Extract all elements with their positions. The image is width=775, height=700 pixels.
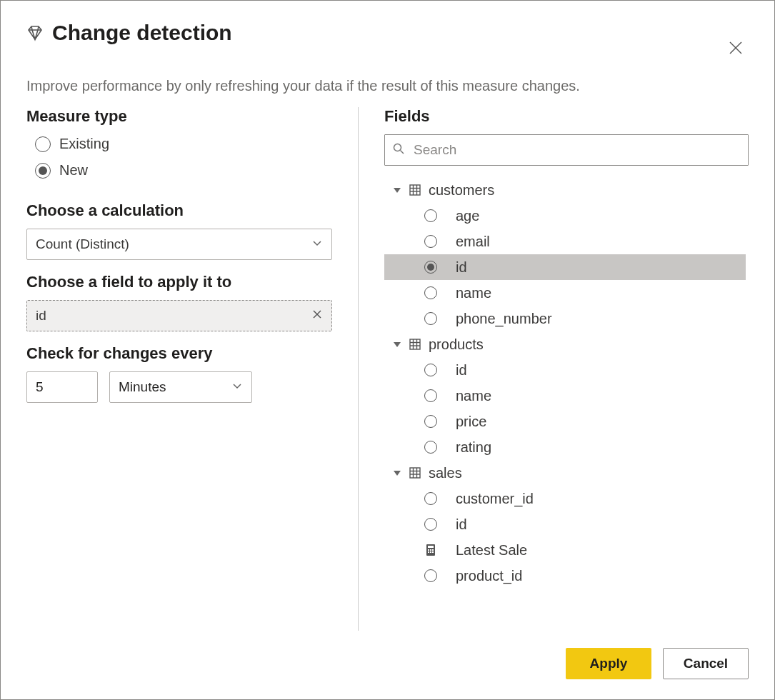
table-icon bbox=[409, 338, 421, 351]
chevron-down-icon bbox=[311, 236, 323, 252]
field-node[interactable]: email bbox=[384, 229, 746, 254]
calculator-icon bbox=[424, 544, 437, 556]
field-node[interactable]: customer_id bbox=[384, 486, 746, 511]
svg-rect-29 bbox=[428, 551, 429, 553]
dialog-footer: Apply Cancel bbox=[1, 631, 774, 699]
svg-marker-18 bbox=[394, 471, 401, 476]
calc-label: Choose a calculation bbox=[26, 201, 332, 220]
field-label: name bbox=[444, 388, 491, 404]
measure-type-label: Measure type bbox=[26, 107, 332, 126]
field-label: price bbox=[444, 414, 486, 430]
field-node[interactable]: id bbox=[384, 357, 746, 383]
calculation-select[interactable]: Count (Distinct) bbox=[26, 229, 332, 260]
svg-rect-19 bbox=[410, 468, 420, 478]
field-node[interactable]: name bbox=[384, 383, 746, 409]
svg-point-4 bbox=[394, 144, 401, 151]
field-applied-value: id bbox=[36, 308, 46, 324]
field-label: rating bbox=[444, 439, 491, 456]
apply-label: Apply bbox=[590, 656, 628, 671]
close-button[interactable] bbox=[723, 35, 749, 64]
change-detection-dialog: Change detection Improve performance by … bbox=[0, 0, 775, 700]
interval-value-input[interactable]: 5 bbox=[26, 371, 98, 403]
fields-label: Fields bbox=[384, 107, 749, 126]
clear-field-icon[interactable] bbox=[311, 309, 323, 324]
table-icon bbox=[409, 466, 421, 479]
table-label: customers bbox=[429, 182, 494, 199]
table-node-customers[interactable]: customers bbox=[384, 177, 746, 203]
svg-marker-6 bbox=[394, 188, 401, 193]
cancel-button[interactable]: Cancel bbox=[663, 648, 749, 679]
field-node[interactable]: id bbox=[384, 511, 746, 537]
svg-rect-28 bbox=[432, 549, 434, 551]
field-label: customer_id bbox=[444, 491, 534, 507]
left-pane: Measure type Existing New Choose a calcu… bbox=[26, 107, 359, 631]
svg-line-5 bbox=[401, 151, 404, 154]
field-label: Latest Sale bbox=[444, 542, 527, 559]
interval-value: 5 bbox=[36, 379, 44, 395]
field-label: email bbox=[444, 234, 490, 250]
search-icon bbox=[392, 142, 405, 158]
radio-new-label: New bbox=[59, 162, 88, 179]
table-node-sales[interactable]: sales bbox=[384, 460, 746, 486]
field-node[interactable]: age bbox=[384, 203, 746, 229]
field-node[interactable]: product_id bbox=[384, 563, 746, 589]
expander-icon bbox=[393, 341, 401, 348]
table-icon bbox=[409, 184, 421, 196]
field-label: id bbox=[444, 516, 467, 533]
radio-icon bbox=[35, 163, 51, 179]
svg-rect-13 bbox=[410, 339, 420, 349]
field-label: id bbox=[444, 362, 467, 379]
field-label: id bbox=[444, 259, 467, 276]
svg-rect-27 bbox=[430, 549, 431, 551]
svg-rect-26 bbox=[428, 549, 429, 551]
cancel-label: Cancel bbox=[684, 656, 728, 671]
field-node[interactable]: rating bbox=[384, 434, 746, 460]
chevron-down-icon bbox=[231, 379, 243, 395]
dialog-subtitle: Improve performance by only refreshing y… bbox=[1, 64, 774, 94]
interval-unit-select[interactable]: Minutes bbox=[109, 371, 252, 403]
expander-icon bbox=[393, 469, 401, 476]
calc-value: Count (Distinct) bbox=[36, 236, 129, 252]
field-label: product_id bbox=[444, 568, 522, 584]
svg-rect-31 bbox=[432, 551, 434, 553]
measure-node[interactable]: Latest Sale bbox=[384, 537, 746, 563]
field-label: name bbox=[444, 285, 491, 301]
field-label: phone_number bbox=[444, 311, 552, 327]
field-node[interactable]: name bbox=[384, 280, 746, 306]
field-applied-box[interactable]: id bbox=[26, 300, 332, 331]
radio-existing[interactable]: Existing bbox=[35, 136, 332, 152]
svg-rect-7 bbox=[410, 185, 420, 195]
radio-new[interactable]: New bbox=[35, 162, 332, 179]
field-node-selected[interactable]: id bbox=[384, 254, 746, 280]
field-label: age bbox=[444, 208, 479, 224]
right-pane: Fields customers age emai bbox=[384, 107, 749, 631]
search-input[interactable] bbox=[412, 141, 741, 159]
table-node-products[interactable]: products bbox=[384, 331, 746, 357]
field-node[interactable]: phone_number bbox=[384, 306, 746, 331]
apply-button[interactable]: Apply bbox=[566, 648, 651, 679]
field-apply-label: Choose a field to apply it to bbox=[26, 273, 332, 291]
svg-rect-30 bbox=[430, 551, 431, 553]
expander-icon bbox=[393, 186, 401, 194]
diamond-icon bbox=[26, 24, 44, 41]
table-label: products bbox=[429, 336, 484, 353]
interval-unit: Minutes bbox=[119, 379, 166, 395]
svg-marker-12 bbox=[394, 342, 401, 347]
radio-existing-label: Existing bbox=[59, 136, 109, 152]
dialog-title: Change detection bbox=[52, 21, 232, 45]
radio-icon bbox=[35, 136, 51, 152]
field-node[interactable]: price bbox=[384, 409, 746, 434]
table-label: sales bbox=[429, 465, 462, 481]
fields-tree[interactable]: customers age email id name phone_number… bbox=[384, 177, 749, 631]
svg-rect-25 bbox=[428, 546, 434, 548]
interval-label: Check for changes every bbox=[26, 344, 332, 363]
fields-search[interactable] bbox=[384, 134, 749, 166]
